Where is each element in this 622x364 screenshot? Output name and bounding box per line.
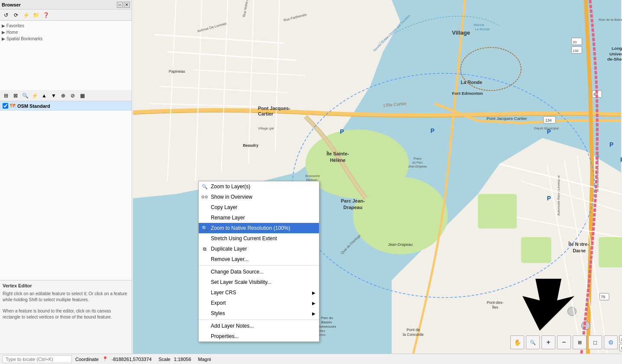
svg-rect-31 xyxy=(599,237,622,267)
layer-type-icon: 🗺 xyxy=(10,103,16,109)
layers-up-btn[interactable]: ▲ xyxy=(40,91,48,100)
coordinate-value: -8188261,5703374 xyxy=(112,357,151,362)
label-fort-edmonton: Fort Edmonton xyxy=(452,91,483,96)
cm-stretch-extent[interactable]: Stretch Using Current Extent xyxy=(199,233,319,244)
scale-icon xyxy=(201,279,208,286)
parking-2: P xyxy=(547,128,551,135)
cm-properties[interactable]: Properties... xyxy=(199,331,319,341)
layers-filter-btn[interactable]: ⊠ xyxy=(11,91,20,100)
locate-search-input[interactable] xyxy=(3,355,72,363)
browser-tree[interactable]: ▶ Favorites ▶ Home ▶ Spatial Bookmarks xyxy=(0,21,132,44)
select-tool-btn[interactable]: □ xyxy=(588,335,602,349)
rename-icon xyxy=(201,214,208,221)
export-arrow-icon: ▶ xyxy=(312,301,316,306)
pan-tool-btn[interactable]: ✋ xyxy=(510,335,524,349)
styles-icon xyxy=(201,310,208,317)
browser-minimize-btn[interactable]: ─ xyxy=(117,2,123,8)
browser-tree-item: ▶ Favorites xyxy=(2,23,130,29)
vertex-editor-title: Vertex Editor xyxy=(3,283,129,288)
cm-separator-1 xyxy=(199,265,319,266)
layers-content: 🗺 OSM Standard xyxy=(0,101,132,280)
label-pont-iles: Pont-des- xyxy=(487,300,504,305)
label-marina2: La Ronde xyxy=(475,27,490,31)
vertex-editor-desc1: Right click on an editable feature to se… xyxy=(3,291,129,303)
cm-styles[interactable]: Styles ▶ xyxy=(199,308,319,319)
stretch-icon xyxy=(201,235,208,242)
layers-open-btn[interactable]: ⊞ xyxy=(2,91,10,100)
cm-rename-layer[interactable]: Rename Layer xyxy=(199,213,319,223)
scale-value: 1:18056 xyxy=(174,357,191,362)
label-parc-bassin3: Bonsecours xyxy=(318,325,336,329)
bottom-status-bar: Coordinate 📍 -8188261,5703374 Scale 1:18… xyxy=(0,354,622,364)
label-pont-concorde2: la Concorde xyxy=(403,332,424,337)
layers-remove-btn[interactable]: ⊘ xyxy=(68,91,77,100)
label-20: 20 xyxy=(573,40,577,44)
zoom-extent-btn[interactable]: ⊞ xyxy=(573,335,587,349)
layer-checkbox-osm[interactable] xyxy=(3,103,8,109)
browser-help-btn[interactable]: ❓ xyxy=(42,11,50,19)
label-village: Village xyxy=(452,29,470,36)
layers-toolbar: ⊞ ⊠ 🔍 ⚡ ▲ ▼ ⊕ ⊘ ▦ xyxy=(0,90,132,101)
map-area[interactable]: Avenue De Lorimier Rue Parthenais Rue No… xyxy=(132,0,622,354)
cm-export[interactable]: Export ▶ xyxy=(199,298,319,308)
identify-tool-btn[interactable]: 🔍 xyxy=(526,335,540,349)
coord-icon: 📍 xyxy=(102,356,108,362)
label-pont-iles2: Îles xyxy=(492,305,498,309)
svg-marker-32 xyxy=(522,279,574,331)
cm-zoom-to-layers[interactable]: 🔍 Zoom to Layer(s) xyxy=(199,181,319,192)
styles-arrow-icon: ▶ xyxy=(312,311,316,316)
zoom-out-btn[interactable]: − xyxy=(557,335,571,349)
layers-more-btn[interactable]: ▦ xyxy=(78,91,87,100)
browser-header: Browser ─ ✕ xyxy=(0,0,132,10)
label-parc-jean-drapeau2: Drapeau xyxy=(343,205,362,210)
parking-4: P xyxy=(620,156,622,163)
overview-icon: ⊙⊙ xyxy=(201,193,208,200)
cm-show-in-overview[interactable]: ⊙⊙ Show in Overview xyxy=(199,192,319,202)
browser-panel: Browser ─ ✕ ↺ ⟳ ⚡ 📁 ❓ ▶ Favorites xyxy=(0,0,132,90)
cm-zoom-native[interactable]: 🔍 Zoom to Native Resolution (100%) xyxy=(199,223,319,233)
label-brasserie: Brasserie xyxy=(306,174,320,178)
remove-icon xyxy=(201,256,208,263)
cm-copy-layer[interactable]: Copy Layer xyxy=(199,202,319,213)
properties-icon xyxy=(201,333,208,340)
parking-5: P xyxy=(547,195,551,202)
layers-expand-btn[interactable]: ⚡ xyxy=(30,91,39,100)
layers-down-btn[interactable]: ▼ xyxy=(49,91,58,100)
export-icon xyxy=(201,300,208,306)
cm-change-data-source[interactable]: Change Data Source... xyxy=(199,267,319,277)
browser-filter-btn[interactable]: ⚡ xyxy=(22,11,30,19)
zoom-native-icon: 🔍 xyxy=(201,225,208,232)
cm-layer-crs[interactable]: Layer CRS ▶ xyxy=(199,287,319,298)
left-panel: Browser ─ ✕ ↺ ⟳ ⚡ 📁 ❓ ▶ Favorites xyxy=(0,0,132,354)
cm-add-layer-notes[interactable]: Add Layer Notes... xyxy=(199,321,319,331)
parking-3: P xyxy=(609,141,613,148)
label-parc-bassin2: Bassin- xyxy=(321,320,333,324)
settings-tool-btn[interactable]: ⚙ xyxy=(604,335,618,349)
label-la-ronde: La Ronde xyxy=(461,80,482,85)
label-pont-jc2: Cartier xyxy=(258,111,274,116)
label-phare: Phare xyxy=(413,157,422,160)
cm-scale-visibility[interactable]: Set Layer Scale Visibility... xyxy=(199,277,319,287)
zoom-in-btn[interactable]: + xyxy=(541,335,555,349)
browser-refresh-btn[interactable]: ↺ xyxy=(2,11,10,19)
scale-label: Scale xyxy=(158,357,171,362)
layer-item-osm[interactable]: 🗺 OSM Standard xyxy=(0,101,132,111)
browser-close-btn[interactable]: ✕ xyxy=(124,2,130,8)
label-village-gal: Village gal xyxy=(258,126,274,130)
cm-duplicate-layer[interactable]: ⧉ Duplicate Layer xyxy=(199,244,319,254)
parking-1: P xyxy=(431,127,435,134)
label-papineau: Papineau xyxy=(169,69,185,74)
browser-reload-btn[interactable]: ⟳ xyxy=(12,11,20,19)
crs-icon xyxy=(201,289,208,296)
label-134: 134 xyxy=(545,118,552,122)
browser-content: ▶ Favorites ▶ Home ▶ Spatial Bookmarks xyxy=(0,21,132,90)
label-longueuil3: de-Sherbrooke xyxy=(607,57,622,61)
browser-collapse-btn[interactable]: 📁 xyxy=(32,11,40,19)
layers-add-btn[interactable]: ⊕ xyxy=(59,91,68,100)
label-marina: Marina xyxy=(474,23,484,27)
cm-remove-layer[interactable]: Remove Layer... xyxy=(199,254,319,264)
label-longueuil2: Université- xyxy=(609,52,622,56)
label-pont-jc: Pont Jacques- xyxy=(258,106,290,111)
layers-search-btn[interactable]: 🔍 xyxy=(21,91,29,100)
browser-tree-item2: ▶ Home xyxy=(2,29,130,35)
